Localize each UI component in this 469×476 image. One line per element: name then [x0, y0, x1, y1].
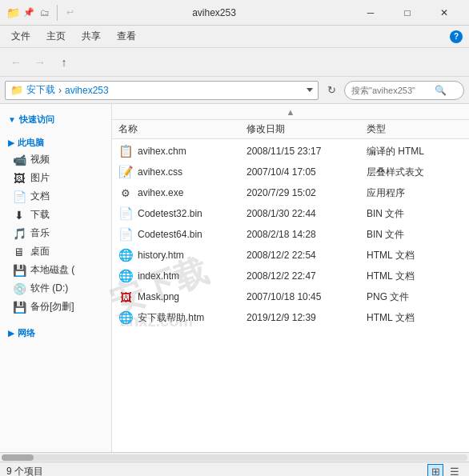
- title-bar-controls: ─ □ ✕: [352, 0, 463, 26]
- item-count: 9 个项目: [6, 465, 43, 476]
- scrollbar-track[interactable]: [2, 454, 467, 461]
- software-disk-icon: 💿: [13, 282, 26, 295]
- back-button[interactable]: ←: [5, 51, 27, 74]
- chevron-right-icon2: ▶: [8, 329, 14, 338]
- downloads-icon: ⬇: [13, 209, 26, 222]
- horizontal-scrollbar[interactable]: [0, 452, 469, 462]
- address-dropdown-icon[interactable]: [307, 88, 313, 92]
- view-switcher: ⊞ ☰: [427, 464, 463, 477]
- sidebar-item-downloads[interactable]: ⬇ 下载: [0, 206, 111, 224]
- file-type: HTML 文档: [367, 270, 463, 283]
- file-name: Codetest64.bin: [138, 229, 202, 240]
- toolbar: ← → ↑: [0, 48, 469, 77]
- file-name: avihex.exe: [138, 187, 183, 198]
- close-button[interactable]: ✕: [426, 0, 463, 26]
- file-name-cell: 🌐 index.htm: [118, 269, 247, 283]
- forward-button[interactable]: →: [29, 51, 51, 74]
- sidebar-item-software-d[interactable]: 💿 软件 (D:): [0, 279, 111, 298]
- sidebar-item-backup[interactable]: 💾 备份[勿删]: [0, 298, 111, 316]
- file-name-cell: ⚙ avihex.exe: [118, 186, 247, 200]
- address-box[interactable]: 📁 安下载 › avihex253: [5, 81, 319, 100]
- crumb-current[interactable]: avihex253: [65, 85, 109, 96]
- maximize-button[interactable]: □: [389, 0, 426, 26]
- file-name-cell: 🖼 Mask.png: [118, 290, 247, 304]
- search-icon[interactable]: 🔍: [435, 85, 447, 96]
- crumb-parent[interactable]: 安下载: [26, 83, 55, 97]
- view-details-button[interactable]: ⊞: [427, 464, 443, 477]
- sort-indicator-row: ▲: [112, 104, 469, 120]
- col-header-type[interactable]: 类型: [367, 122, 463, 136]
- table-row[interactable]: 🖼 Mask.png 2007/10/18 10:45 PNG 文件: [112, 286, 469, 307]
- col-header-date[interactable]: 修改日期: [247, 122, 367, 136]
- search-input[interactable]: [351, 86, 431, 95]
- bin32-file-icon: 📄: [118, 206, 133, 221]
- view-list-button[interactable]: ☰: [447, 464, 463, 477]
- chm-file-icon: 📋: [118, 144, 133, 158]
- file-type: HTML 文档: [367, 311, 463, 325]
- table-row[interactable]: 📄 Codetest32.bin 2008/1/30 22:44 BIN 文件: [112, 203, 469, 224]
- menu-view[interactable]: 查看: [109, 26, 144, 46]
- window-title: avihex253: [76, 7, 352, 18]
- minimize-button[interactable]: ─: [352, 0, 389, 26]
- videos-icon: 📹: [13, 154, 26, 166]
- file-type: HTML 文档: [367, 249, 463, 262]
- file-type: 编译的 HTML: [367, 145, 463, 158]
- table-row[interactable]: 🌐 index.htm 2008/12/2 22:47 HTML 文档: [112, 266, 469, 286]
- table-row[interactable]: 📝 avihex.css 2007/10/4 17:05 层叠样式表文: [112, 162, 469, 182]
- sidebar-this-pc[interactable]: ▶ 此电脑: [0, 132, 111, 150]
- window-icon: 📁: [6, 6, 19, 19]
- crumb-separator: ›: [58, 85, 62, 96]
- info-icon[interactable]: ?: [450, 30, 463, 43]
- table-row[interactable]: 📄 Codetest64.bin 2008/2/18 14:28 BIN 文件: [112, 224, 469, 245]
- file-list: 📋 avihex.chm 2008/11/15 23:17 编译的 HTML 📝…: [112, 139, 469, 452]
- undo-icon[interactable]: ↩: [63, 6, 76, 19]
- refresh-button[interactable]: ↻: [322, 81, 341, 100]
- sidebar-item-label-documents: 文档: [30, 190, 50, 203]
- file-name: avihex.chm: [138, 146, 186, 157]
- table-row[interactable]: ⚙ avihex.exe 2020/7/29 15:02 应用程序: [112, 182, 469, 203]
- table-row[interactable]: 🌐 安下载帮助.htm 2019/12/9 12:39 HTML 文档: [112, 307, 469, 328]
- up-button[interactable]: ↑: [53, 51, 75, 74]
- file-date: 2007/10/4 17:05: [247, 166, 367, 178]
- file-name: 安下载帮助.htm: [138, 311, 204, 325]
- sidebar-item-desktop[interactable]: 🖥 桌面: [0, 242, 111, 261]
- file-name: history.htm: [138, 250, 184, 261]
- menu-home[interactable]: 主页: [38, 26, 74, 46]
- search-box[interactable]: 🔍: [344, 81, 464, 100]
- sidebar-item-documents[interactable]: 📄 文档: [0, 187, 111, 206]
- sidebar-item-videos[interactable]: 📹 视频: [0, 150, 111, 169]
- title-bar-left-icons: 📁 📌 🗂 ↩: [6, 5, 76, 21]
- file-date: 2008/11/15 23:17: [247, 146, 367, 157]
- sidebar: ▼ 快速访问 ▶ 此电脑 📹 视频 🖼 图片 📄 文档 ⬇ 下载 🎵 音乐: [0, 104, 112, 452]
- index-file-icon: 🌐: [118, 269, 133, 283]
- address-bar: 📁 安下载 › avihex253 ↻ 🔍: [0, 77, 469, 104]
- css-file-icon: 📝: [118, 165, 133, 179]
- documents-icon: 📄: [13, 190, 26, 203]
- file-type: BIN 文件: [367, 228, 463, 242]
- sidebar-network[interactable]: ▶ 网络: [0, 322, 111, 341]
- file-name-cell: 🌐 history.htm: [118, 248, 247, 262]
- exe-file-icon: ⚙: [118, 186, 133, 200]
- sidebar-item-music[interactable]: 🎵 音乐: [0, 224, 111, 242]
- sidebar-quick-access[interactable]: ▼ 快速访问: [0, 109, 111, 127]
- desktop-icon: 🖥: [13, 246, 26, 258]
- sidebar-item-label-backup: 备份[勿删]: [30, 300, 74, 314]
- sidebar-item-pictures[interactable]: 🖼 图片: [0, 169, 111, 187]
- folder-icon: 📁: [10, 84, 23, 96]
- new-folder-icon[interactable]: 🗂: [38, 6, 51, 19]
- col-header-name[interactable]: 名称: [118, 122, 247, 136]
- menu-file[interactable]: 文件: [3, 26, 38, 46]
- sidebar-item-local-disk[interactable]: 💾 本地磁盘 (: [0, 261, 111, 279]
- col-date-label: 修改日期: [247, 122, 285, 136]
- table-row[interactable]: 🌐 history.htm 2008/12/2 22:54 HTML 文档: [112, 245, 469, 266]
- help-file-icon: 🌐: [118, 310, 133, 325]
- file-type: 层叠样式表文: [367, 166, 463, 179]
- file-name-cell: 📝 avihex.css: [118, 165, 247, 179]
- sidebar-item-label-music: 音乐: [30, 226, 50, 240]
- table-row[interactable]: 📋 avihex.chm 2008/11/15 23:17 编译的 HTML: [112, 141, 469, 162]
- quick-access-icon[interactable]: 📌: [22, 6, 35, 19]
- menu-share[interactable]: 共享: [74, 26, 109, 46]
- sidebar-item-label-videos: 视频: [30, 153, 50, 166]
- file-date: 2020/7/29 15:02: [247, 187, 367, 198]
- scrollbar-thumb[interactable]: [2, 454, 34, 461]
